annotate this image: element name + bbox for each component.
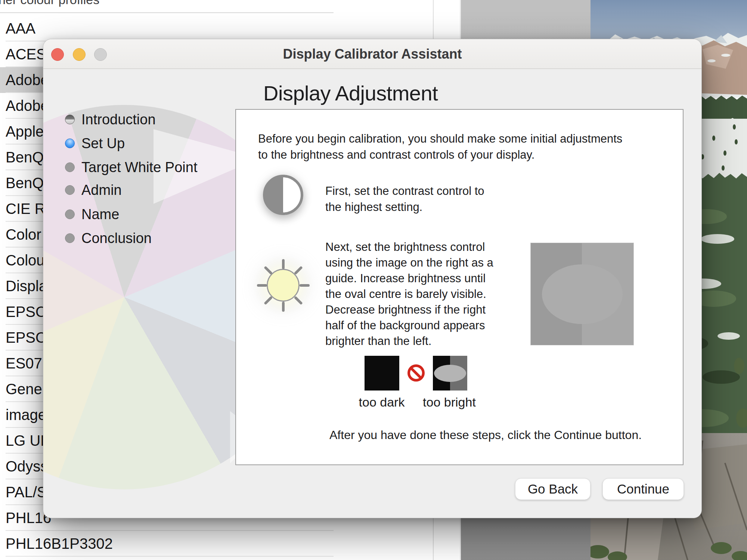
target-oval — [542, 264, 623, 324]
brightness-paragraph: Next, set the brightness controlusing th… — [325, 239, 493, 349]
minimize-button[interactable] — [73, 48, 86, 61]
brightness-target-image — [531, 243, 633, 345]
step-bullet-icon — [65, 233, 75, 243]
text-line: to the brightness and contrast controls … — [258, 147, 622, 163]
page-title: Display Adjustment — [263, 81, 438, 105]
profile-list-header: Other colour profiles — [0, 0, 99, 7]
contrast-paragraph: First, set the contrast control tothe hi… — [325, 183, 484, 215]
text-line: the highest setting. — [325, 199, 484, 215]
text-line: brighter than the left. — [325, 333, 493, 349]
intro-paragraph: Before you begin calibration, you should… — [258, 131, 622, 163]
step-label: Conclusion — [81, 226, 152, 250]
continue-button[interactable]: Continue — [602, 478, 684, 500]
step-bullet-icon — [65, 185, 75, 195]
step-label: Set Up — [81, 131, 125, 155]
contrast-icon — [263, 175, 303, 215]
step-label: Name — [81, 202, 119, 226]
too-dark-example-image — [365, 356, 399, 391]
step-bullet-icon — [65, 139, 75, 148]
text-line: guide. Increase brightness until — [325, 271, 493, 286]
after-steps-note: After you have done these steps, click t… — [329, 428, 642, 442]
prohibition-icon — [407, 364, 425, 382]
content-box: Before you begin calibration, you should… — [235, 109, 684, 465]
assistant-window: Display Calibrator Assistant Display Adj… — [43, 39, 702, 518]
divider — [6, 556, 334, 557]
text-line: using the image on the right as a — [325, 255, 493, 271]
divider — [0, 12, 334, 13]
desktop: Other colour profiles AAAACESAdobeAdobeA… — [0, 0, 747, 560]
text-line: Next, set the brightness control — [325, 239, 493, 255]
profile-row[interactable]: AAA — [0, 16, 433, 41]
text-line: Decrease brightness if the right — [325, 302, 493, 318]
brightness-sun-icon — [253, 255, 313, 315]
step-bullet-icon — [65, 209, 75, 219]
titlebar: Display Calibrator Assistant — [43, 39, 701, 69]
too-bright-example-image — [433, 356, 467, 391]
too-bright-label: too bright — [408, 395, 490, 410]
step-bullet-icon — [65, 162, 75, 172]
zoom-button[interactable] — [94, 48, 107, 61]
text-line: half of the background appears — [325, 318, 493, 333]
text-line: Before you begin calibration, you should… — [258, 131, 622, 147]
step-bullet-icon — [65, 115, 75, 124]
window-title: Display Calibrator Assistant — [43, 39, 701, 69]
go-back-button[interactable]: Go Back — [515, 478, 591, 500]
step-label: Target White Point — [81, 155, 197, 179]
close-button[interactable] — [51, 48, 64, 61]
profile-row[interactable]: PHL16B1P3302 — [0, 531, 433, 557]
step-label: Admin — [81, 178, 122, 202]
text-line: the oval centre is barely visible. — [325, 286, 493, 302]
step-label: Introduction — [81, 108, 156, 131]
text-line: First, set the contrast control to — [325, 183, 484, 199]
